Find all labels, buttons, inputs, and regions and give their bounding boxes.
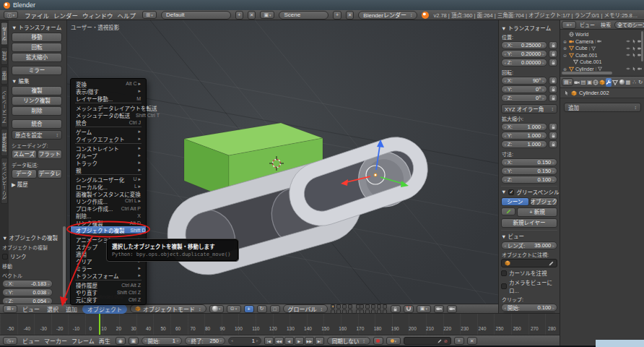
current-frame-indicator[interactable] — [99, 314, 100, 335]
vector-y-field[interactable]: Y:0.038 — [2, 288, 53, 296]
layer-toggle[interactable] — [377, 309, 381, 314]
cursor-icon[interactable] — [632, 39, 636, 43]
context-menu-item[interactable]: プロキシ作成...Ctrl Alt P — [71, 205, 146, 212]
lock-camera-checkbox[interactable] — [501, 283, 507, 289]
current-frame-field[interactable]: 1 — [228, 337, 261, 345]
prev-keyframe-button[interactable]: ◀◀ — [274, 337, 284, 345]
lock-icon[interactable] — [549, 50, 557, 58]
preview-range-toggle[interactable]: ◉ — [116, 337, 126, 345]
shelf-tab[interactable]: 関係 — [1, 67, 8, 85]
gp-scene-button[interactable]: シーン — [501, 197, 529, 206]
layer-toggle[interactable] — [336, 309, 341, 314]
context-menu-item[interactable]: コンストレイント▸ — [71, 145, 146, 152]
jump-end-button[interactable]: ▶| — [315, 337, 324, 345]
view-menu[interactable]: ビュー — [20, 305, 42, 313]
timeline-menu[interactable]: 再生 — [97, 337, 113, 345]
add-menu[interactable]: 追加 — [64, 305, 79, 313]
dim-z-field[interactable]: Z:0.100 — [501, 176, 557, 184]
expander-icon[interactable] — [562, 39, 567, 44]
grease-pencil-header[interactable]: ▼グリースペンシルレイ — [501, 186, 557, 196]
add-layout-button[interactable]: + — [235, 11, 243, 20]
location-z-field[interactable]: Z:0.00000 — [501, 59, 547, 67]
context-menu-item[interactable]: ローカル化...L ▸ — [71, 183, 146, 190]
duplicate-button[interactable]: 複製 — [12, 86, 62, 95]
shelf-tab[interactable]: 物理演算 — [1, 129, 8, 156]
outliner-row-cube001-data[interactable]: Cube.001 — [560, 59, 644, 66]
record-button[interactable] — [373, 337, 383, 345]
properties-editor-type-button[interactable]: ▤ — [562, 78, 573, 86]
data-layout-button[interactable]: データレ — [38, 169, 63, 179]
scale-x-field[interactable]: X:1.000 — [501, 123, 547, 131]
frame-end-field[interactable]: 終了:250 — [185, 337, 225, 345]
viewport-editor-type-button[interactable]: ⊞ — [3, 305, 17, 313]
tab-object[interactable] — [599, 78, 605, 87]
scene-icon-button[interactable]: ▣ — [260, 11, 274, 19]
eye-icon[interactable] — [626, 53, 630, 57]
layer-toggle[interactable] — [371, 309, 375, 314]
opengl-render-button[interactable] — [434, 305, 444, 313]
context-menu-item[interactable]: グループ▸ — [71, 152, 146, 159]
context-menu-item[interactable]: トラック▸ — [71, 159, 146, 166]
select-menu[interactable]: 選択 — [45, 305, 61, 313]
layer-toggle[interactable] — [365, 309, 370, 314]
delete-keyframe-button[interactable]: ✕ — [467, 337, 477, 345]
tab-render-layers[interactable]: ▤ — [580, 78, 586, 87]
outliner-vscrollbar[interactable] — [641, 31, 643, 61]
context-menu-item[interactable]: メッシュデータの転送Shift Ctrl T — [71, 111, 146, 119]
manipulator-scale-toggle[interactable]: □ — [270, 305, 280, 313]
duplicate-linked-button[interactable]: リンク複製 — [12, 96, 62, 106]
lens-field[interactable]: レンズ:35.000 — [501, 241, 557, 249]
eye-icon[interactable] — [626, 67, 630, 71]
shade-smooth-button[interactable]: スムーズ — [12, 150, 37, 159]
layout-icon-button[interactable]: ⊞ — [142, 11, 157, 19]
play-reverse-button[interactable]: ◀ — [284, 337, 294, 345]
screen-layout-select[interactable]: Default — [161, 11, 230, 20]
context-menu-item[interactable]: リンク複製Alt D — [71, 219, 146, 226]
tab-data[interactable] — [612, 78, 618, 87]
object-menu-open[interactable]: オブジェクト — [82, 304, 127, 314]
rotation-z-field[interactable]: Z:0° — [501, 94, 547, 102]
menu-item[interactable]: レンダー — [51, 11, 80, 20]
location-x-field[interactable]: X:0.25000 — [501, 41, 547, 49]
eyedropper-icon[interactable] — [549, 261, 554, 266]
linked-checkbox[interactable] — [2, 254, 8, 260]
panel-header-transform[interactable]: ▼ トランスフォーム — [12, 23, 62, 31]
add-modifier-button[interactable]: 追加 — [564, 103, 641, 112]
lock-icon[interactable] — [549, 123, 557, 131]
gp-draw-dropdown[interactable] — [501, 207, 515, 215]
clip-start-field[interactable]: 開始:0.100 — [501, 304, 557, 312]
snap-element-dropdown[interactable]: ▣ — [417, 305, 431, 313]
eye-icon[interactable] — [626, 39, 630, 43]
opengl-render-anim-button[interactable] — [447, 305, 457, 313]
snap-toggle[interactable] — [404, 305, 414, 313]
keying-set-field[interactable]: ⊘ — [404, 337, 451, 345]
rotation-x-field[interactable]: X:90° — [501, 77, 547, 85]
autokey-mode-dropdown[interactable] — [386, 337, 401, 345]
render-icon[interactable] — [638, 67, 642, 71]
gp-object-button[interactable]: オブジェクト — [530, 197, 558, 206]
tab-material[interactable] — [619, 78, 625, 87]
mode-select[interactable]: オブジェクトモード — [130, 304, 206, 313]
pin-icon[interactable] — [564, 90, 569, 95]
transform-orientation-select[interactable]: グローバル — [283, 304, 328, 313]
context-menu-item[interactable]: ミラー▸ — [71, 265, 146, 272]
tab-modifiers[interactable] — [606, 78, 612, 87]
set-origin-dropdown[interactable]: 原点を設定 — [12, 130, 62, 140]
remove-scene-button[interactable]: ✕ — [346, 11, 354, 20]
context-menu-item[interactable]: ゲーム▸ — [71, 128, 146, 135]
timeline-editor-type-button[interactable]: ◷ — [3, 337, 17, 345]
jump-start-button[interactable]: |◀ — [264, 337, 274, 345]
remove-layout-button[interactable]: ✕ — [248, 11, 256, 20]
context-menu-item[interactable]: 親▸ — [71, 166, 146, 174]
gp-new-button[interactable]: + 新規 — [517, 207, 557, 217]
outliner-editor-type-button[interactable]: ≡ — [562, 21, 576, 29]
outliner-hscrollbar[interactable] — [562, 72, 612, 74]
expander-icon[interactable] — [562, 53, 567, 58]
context-menu-item[interactable]: 表示/隠す▸ — [71, 87, 146, 95]
viewport-shading-dropdown[interactable] — [209, 305, 224, 313]
mirror-button[interactable]: ミラー — [12, 66, 62, 75]
panel-header-history[interactable]: ▶ 履歴 — [12, 180, 62, 188]
outliner-row-world[interactable]: World — [560, 31, 644, 38]
outliner-filter-select[interactable]: 全てのシーン — [614, 21, 644, 29]
shelf-tab[interactable]: グリースペンシル — [1, 158, 8, 204]
